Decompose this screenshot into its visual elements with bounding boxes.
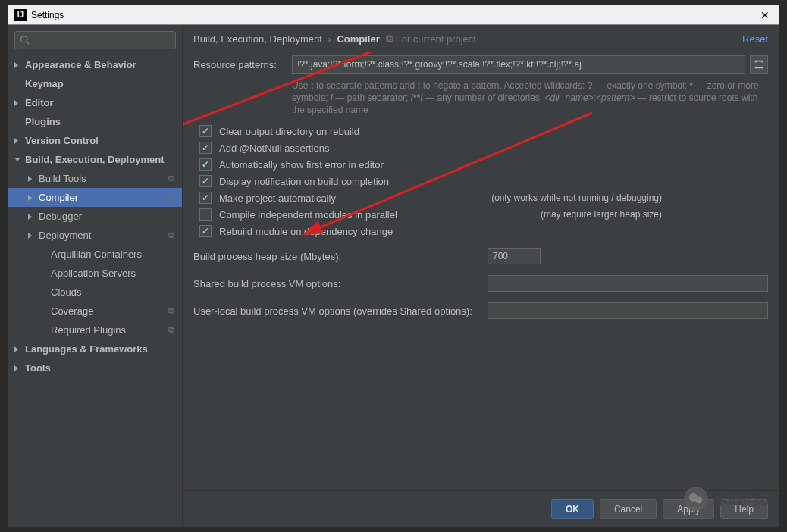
checkbox-row: Clear output directory on rebuild	[199, 125, 768, 137]
settings-tree: Appearance & BehaviorKeymapEditorPlugins…	[8, 55, 182, 527]
shared-vm-label: Shared build process VM options:	[193, 278, 488, 289]
sidebar-item-languages-frameworks[interactable]: Languages & Frameworks	[8, 340, 182, 358]
checkbox-label: Display notification on build completion	[219, 176, 389, 187]
window-title: Settings	[31, 10, 757, 20]
checkbox-note: (may require larger heap size)	[541, 209, 662, 220]
checkbox-row: Display notification on build completion	[199, 175, 768, 187]
sidebar-item-editor[interactable]: Editor	[8, 93, 182, 112]
shared-vm-input[interactable]	[488, 275, 768, 292]
chevron-right-icon	[28, 233, 32, 239]
checkbox-note: (only works while not running / debuggin…	[491, 192, 662, 203]
close-icon[interactable]: ✕	[757, 9, 773, 21]
checkbox[interactable]	[199, 225, 212, 237]
sidebar-item-tools[interactable]: Tools	[8, 358, 182, 377]
sidebar-item-version-control[interactable]: Version Control	[8, 131, 182, 150]
user-vm-label: User-local build process VM options (ove…	[193, 305, 488, 317]
sidebar: Appearance & BehaviorKeymapEditorPlugins…	[8, 25, 183, 527]
sidebar-item-build-execution-deployment[interactable]: Build, Execution, Deployment	[8, 150, 182, 169]
header: Build, Execution, Deployment › Compiler …	[183, 25, 779, 52]
checkbox-row: Rebuild module on dependency change	[199, 225, 768, 237]
cancel-button[interactable]: Cancel	[600, 499, 657, 519]
ok-button[interactable]: OK	[551, 499, 594, 519]
checkbox-row: Make project automatically(only works wh…	[199, 192, 768, 204]
sidebar-item-debugger[interactable]: Debugger	[8, 207, 182, 226]
breadcrumb: Build, Execution, Deployment › Compiler	[193, 33, 380, 45]
sidebar-item-label: Keymap	[25, 78, 64, 89]
titlebar: IJ Settings ✕	[8, 5, 779, 25]
checkbox-label: Compile independent modules in parallel	[219, 209, 397, 221]
project-scope-icon: ⧉	[168, 230, 174, 240]
checkbox-row: Automatically show first error in editor	[199, 158, 768, 171]
checkbox-label: Clear output directory on rebuild	[219, 126, 359, 137]
user-vm-input[interactable]	[488, 302, 768, 319]
chevron-right-icon	[14, 365, 18, 371]
help-text: Use ; to separate patterns and ! to nega…	[292, 80, 768, 116]
project-scope-icon: ⧉	[168, 192, 174, 202]
chevron-right-icon	[14, 138, 18, 144]
chevron-down-icon	[14, 158, 20, 161]
heap-size-label: Build process heap size (Mbytes):	[193, 251, 488, 262]
dialog-body: Appearance & BehaviorKeymapEditorPlugins…	[8, 25, 779, 527]
settings-dialog: IJ Settings ✕ Appearance & BehaviorKeyma…	[8, 5, 779, 527]
sidebar-item-keymap[interactable]: Keymap	[8, 74, 182, 93]
sidebar-item-label: Required Plugins	[51, 324, 126, 336]
sidebar-item-label: Build, Execution, Deployment	[25, 154, 164, 165]
checkbox[interactable]	[199, 158, 212, 171]
app-icon: IJ	[14, 9, 27, 21]
project-scope-icon: ⧉	[168, 306, 174, 316]
sidebar-item-label: Application Servers	[51, 268, 136, 279]
sidebar-item-compiler[interactable]: Compiler⧉	[8, 188, 182, 207]
search-input[interactable]	[14, 31, 176, 49]
sidebar-item-label: Appearance & Behavior	[25, 59, 136, 70]
checkbox-row: Compile independent modules in parallel(…	[199, 208, 768, 221]
checkbox-label: Automatically show first error in editor	[219, 159, 384, 171]
sidebar-item-label: Plugins	[25, 116, 61, 127]
sidebar-item-build-tools[interactable]: Build Tools⧉	[8, 169, 182, 188]
chevron-right-icon	[28, 214, 32, 220]
sidebar-item-label: Clouds	[51, 286, 81, 298]
sidebar-item-label: Languages & Frameworks	[25, 343, 148, 355]
chevron-right-icon	[28, 195, 32, 201]
resource-patterns-input[interactable]	[292, 55, 745, 74]
sidebar-item-label: Coverage	[51, 305, 93, 317]
checkbox[interactable]	[199, 208, 212, 221]
wechat-icon	[684, 487, 708, 511]
sidebar-item-arquillian-containers[interactable]: Arquillian Containers	[8, 245, 182, 264]
checkbox[interactable]	[199, 192, 212, 204]
project-scope-icon: ⧉	[168, 174, 174, 183]
sidebar-item-application-servers[interactable]: Application Servers	[8, 264, 182, 283]
copy-icon: ⧉	[386, 33, 393, 45]
sidebar-item-label: Debugger	[39, 211, 82, 222]
sidebar-item-coverage[interactable]: Coverage⧉	[8, 302, 182, 321]
resource-patterns-label: Resource patterns:	[193, 59, 292, 70]
checkbox-row: Add @NotNull assertions	[199, 142, 768, 154]
chevron-right-icon	[14, 100, 18, 106]
reset-link[interactable]: Reset	[742, 33, 768, 45]
sidebar-item-label: Compiler	[39, 192, 78, 203]
watermark: 乐哉码农	[684, 487, 773, 511]
main-panel: Build, Execution, Deployment › Compiler …	[183, 25, 779, 527]
chevron-right-icon	[14, 62, 18, 68]
svg-point-3	[695, 496, 702, 503]
search-icon	[20, 35, 30, 45]
content: Resource patterns: Use ; to separate pat…	[183, 52, 779, 490]
sidebar-item-plugins[interactable]: Plugins	[8, 112, 182, 131]
sidebar-item-deployment[interactable]: Deployment⧉	[8, 226, 182, 245]
checkbox[interactable]	[199, 175, 212, 187]
sidebar-item-label: Tools	[25, 362, 51, 374]
heap-size-input[interactable]	[488, 248, 541, 264]
sidebar-item-appearance-behavior[interactable]: Appearance & Behavior	[8, 55, 182, 74]
sidebar-item-label: Build Tools	[39, 173, 86, 184]
sidebar-item-label: Deployment	[39, 230, 91, 241]
checkbox[interactable]	[199, 142, 212, 154]
sidebar-item-label: Editor	[25, 97, 54, 108]
sidebar-item-label: Arquillian Containers	[51, 249, 142, 260]
project-scope-icon: ⧉	[168, 325, 174, 335]
sidebar-item-required-plugins[interactable]: Required Plugins⧉	[8, 321, 182, 340]
checkbox-label: Make project automatically	[219, 192, 336, 204]
chevron-right-icon	[14, 346, 18, 352]
checkbox[interactable]	[199, 125, 212, 137]
sidebar-item-clouds[interactable]: Clouds	[8, 283, 182, 302]
expand-icon[interactable]	[750, 55, 768, 74]
sidebar-item-label: Version Control	[25, 135, 99, 146]
